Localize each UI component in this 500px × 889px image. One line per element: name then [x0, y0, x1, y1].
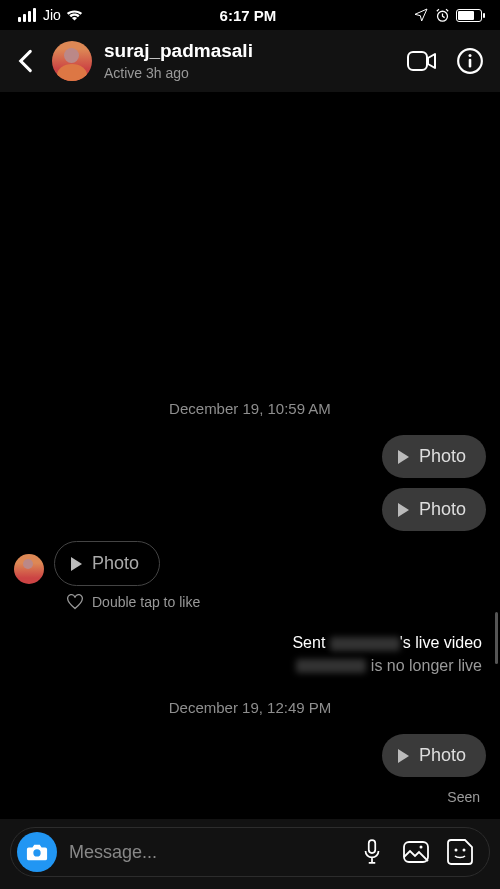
camera-icon	[26, 842, 48, 862]
message-input[interactable]	[69, 842, 345, 863]
timestamp-label: December 19, 10:59 AM	[14, 400, 486, 417]
play-icon	[398, 749, 409, 763]
message-composer	[10, 827, 490, 877]
bubble-label: Photo	[92, 553, 139, 574]
bubble-label: Photo	[419, 446, 466, 467]
chat-header: suraj_padmasali Active 3h ago	[0, 30, 500, 92]
cellular-signal-icon	[18, 8, 36, 22]
play-icon	[398, 503, 409, 517]
timestamp-label: December 19, 12:49 PM	[14, 699, 486, 716]
svg-rect-1	[408, 52, 427, 70]
outgoing-photo-bubble[interactable]: Photo	[382, 435, 486, 478]
svg-rect-4	[469, 59, 472, 68]
avatar[interactable]	[52, 41, 92, 81]
bubble-label: Photo	[419, 745, 466, 766]
camera-button[interactable]	[17, 832, 57, 872]
svg-point-8	[420, 846, 423, 849]
redacted-username	[330, 637, 400, 651]
seen-label: Seen	[14, 789, 480, 805]
svg-rect-6	[369, 840, 376, 853]
incoming-photo-bubble[interactable]: Photo	[54, 541, 160, 586]
live-video-notice[interactable]: Sent 's live video is no longer live	[292, 632, 482, 677]
svg-point-9	[455, 849, 458, 852]
svg-rect-7	[404, 842, 428, 862]
heart-icon	[66, 594, 84, 610]
svg-point-3	[468, 54, 471, 57]
mic-icon	[363, 839, 381, 865]
redacted-username	[296, 659, 366, 673]
message-list[interactable]: December 19, 10:59 AM Photo Photo Photo …	[0, 92, 500, 819]
scrollbar[interactable]	[495, 612, 498, 664]
svg-point-5	[33, 849, 40, 856]
battery-icon	[456, 9, 482, 22]
username-label: suraj_padmasali	[104, 40, 395, 63]
play-icon	[398, 450, 409, 464]
gallery-icon	[403, 840, 429, 864]
video-call-button[interactable]	[407, 46, 437, 76]
play-icon	[71, 557, 82, 571]
live-suffix: 's live video	[400, 634, 482, 651]
back-button[interactable]	[10, 41, 40, 81]
outgoing-photo-bubble[interactable]: Photo	[382, 488, 486, 531]
bubble-label: Photo	[419, 499, 466, 520]
clock: 6:17 PM	[220, 7, 277, 24]
live-prefix: Sent	[292, 634, 329, 651]
outgoing-photo-bubble[interactable]: Photo	[382, 734, 486, 777]
double-tap-hint: Double tap to like	[66, 594, 486, 610]
live-line2: is no longer live	[366, 657, 482, 674]
location-icon	[413, 7, 429, 23]
alarm-icon	[434, 7, 451, 24]
carrier-label: Jio	[43, 7, 61, 23]
presence-label: Active 3h ago	[104, 65, 395, 82]
gallery-button[interactable]	[401, 837, 431, 867]
sticker-icon	[447, 839, 473, 865]
sender-avatar[interactable]	[14, 554, 44, 584]
svg-point-10	[463, 849, 466, 852]
wifi-icon	[66, 9, 83, 22]
sticker-button[interactable]	[445, 837, 475, 867]
mic-button[interactable]	[357, 837, 387, 867]
info-button[interactable]	[455, 46, 485, 76]
status-bar: Jio 6:17 PM	[0, 0, 500, 30]
user-info[interactable]: suraj_padmasali Active 3h ago	[104, 40, 395, 82]
